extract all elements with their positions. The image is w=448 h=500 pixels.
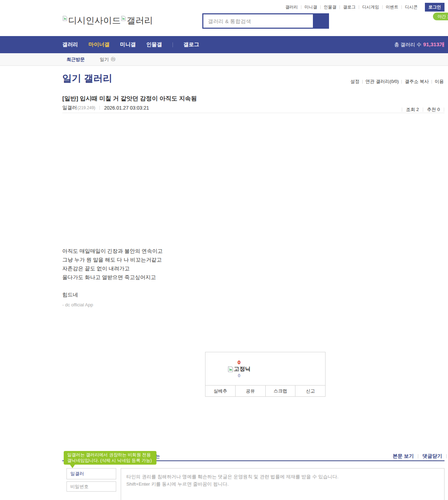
copy-gallery-url-link[interactable]: 갤주소 복사 [402, 78, 432, 85]
search-box [202, 13, 314, 29]
divider [446, 454, 447, 458]
post-meta: 일갤러 (219.249) 2026.01.27 03:03:21 [62, 105, 149, 111]
usage-guide-link[interactable]: 이용 [432, 78, 447, 85]
total-gallery-label: 총 갤러리 수 [394, 42, 421, 48]
nav-item-gallog[interactable]: 갤로그 [183, 41, 199, 48]
divider [423, 107, 423, 112]
upvote-count: 0 [205, 359, 273, 365]
nav-item-minigal[interactable]: 미니갤 [120, 41, 136, 48]
divider [99, 106, 100, 110]
divider [402, 107, 402, 112]
nav-item-persongal[interactable]: 인물갤 [146, 41, 162, 48]
nav-item-minorgal[interactable]: 마이너갤 [89, 41, 110, 48]
post-body-line: 아직도 매일매일이 긴장과 불안의 연속이고 [62, 246, 363, 255]
scrap-button[interactable]: 스크랩 [266, 386, 296, 396]
post-body: 아직도 매일매일이 긴장과 불안의 연속이고 그냥 누가 뭔 말을 해도 다 나… [62, 246, 363, 307]
post-header-divider [62, 113, 444, 113]
gallery-title[interactable]: 일기 갤러리 [62, 72, 112, 85]
comment-password-input[interactable] [66, 481, 116, 492]
top-link-event[interactable]: 이벤트 [383, 4, 401, 10]
top-link-gallery[interactable]: 갤러리 [282, 4, 301, 10]
share-button[interactable]: 공유 [236, 386, 266, 396]
main-nav-items: 갤러리 마이너갤 미니갤 인물갤 갤로그 [62, 36, 199, 53]
recent-visited-label[interactable]: 최근방문 [66, 53, 85, 66]
vote-box: 0 고정닉 0 실베추 공유 스크랩 신고 [205, 352, 326, 397]
comment-nickname-input[interactable] [66, 468, 116, 479]
view-post-button[interactable]: 본문 보기 [393, 453, 414, 459]
total-gallery-number: 91,313개 [423, 41, 444, 48]
broken-image-icon [62, 16, 68, 21]
divider [173, 42, 173, 47]
related-gallery-link[interactable]: 연관 갤러리(0/0) [363, 78, 401, 85]
logo-text-dcinside: 디시인사이드 [68, 15, 121, 26]
downvote-count: 0 [205, 373, 273, 378]
close-comments-button[interactable]: 댓글닫기 [422, 453, 442, 459]
total-gallery-count: 총 갤러리 수 91,313개 [394, 36, 444, 53]
divider [444, 107, 444, 112]
tooltip-arrow [70, 465, 75, 468]
vote-buttons-row: 실베추 공유 스크랩 신고 [205, 385, 325, 396]
report-button[interactable]: 신고 [295, 386, 325, 396]
broken-image-icon [227, 366, 233, 372]
visited-gallery-tab[interactable]: 일기 ⓜ [100, 53, 115, 66]
search-button[interactable] [314, 13, 329, 29]
fixed-nick-label: 고정닉 [234, 366, 251, 373]
login-button[interactable]: 로그인 [425, 3, 444, 12]
post-body-line [62, 282, 363, 290]
top-link-gallog[interactable]: 갤로그 [340, 4, 359, 10]
post-body-line: 그냥 누가 뭔 말을 해도 다 나 비꼬는거같고 [62, 255, 363, 264]
dc-app-signature: - dc official App [62, 302, 363, 307]
post-title: [일반] 입시때 미칠 거 같앗던 감정이 아직도 지속됨 [62, 95, 197, 103]
post-body-line: 힘드네 [62, 290, 363, 299]
top-link-minigal[interactable]: 미니갤 [301, 4, 320, 10]
main-navbar: 갤러리 마이너갤 미니갤 인물갤 갤로그 총 갤러리 수 91,313개 [0, 36, 448, 53]
post-author-ip: (219.249) [77, 105, 95, 110]
comment-textarea[interactable] [121, 468, 444, 500]
silbechu-button[interactable]: 실베추 [205, 386, 236, 396]
visited-gallery-name: 일기 [100, 57, 109, 62]
view-count: 조회 2 [406, 106, 419, 113]
post-body-line: 울다가도 화나고 열받으면 죽고싶어지고 [62, 273, 363, 282]
post-body-line: 자존감은 끝도 없이 내려가고 [62, 264, 363, 273]
top-link-persongal[interactable]: 인물갤 [321, 4, 340, 10]
top-utility-bar: 갤러리 미니갤 인물갤 갤로그 디시게임 이벤트 디시콘 로그인 [282, 4, 444, 11]
search-bar [202, 13, 329, 29]
like-count: 추천 0 [427, 106, 440, 113]
divider [418, 454, 418, 458]
gallery-settings-link[interactable]: 설정 [348, 78, 362, 85]
post-author[interactable]: 일갤러 [62, 105, 77, 111]
top-link-dcgame[interactable]: 디시게임 [359, 4, 382, 10]
post-date: 2026.01.27 03:03:21 [104, 105, 149, 111]
fixed-nick-row[interactable]: 고정닉 [205, 366, 273, 373]
site-logo[interactable]: 디시인사이드 갤러리 [62, 15, 153, 26]
logo-text-gallery: 갤러리 [127, 15, 153, 26]
page: 갤러리 미니갤 인물갤 갤로그 디시게임 이벤트 디시콘 로그인 디시인사이드 … [0, 0, 448, 500]
top-link-dccon[interactable]: 디시콘 [402, 4, 421, 10]
search-input[interactable] [203, 18, 313, 24]
gallery-links: 설정 연관 갤러리(0/0) 갤주소 복사 이용 [348, 78, 447, 85]
vote-cluster: 0 고정닉 0 [205, 359, 273, 378]
night-mode-button[interactable]: 야간 모드 [433, 13, 448, 20]
broken-image-icon [121, 16, 126, 21]
sub-navbar: 최근방문 일기 ⓜ [0, 53, 448, 66]
minor-gallery-icon: ⓜ [111, 57, 115, 62]
comment-tools: 본문 보기 댓글닫기 [393, 453, 448, 459]
nav-item-gallery[interactable]: 갤러리 [62, 41, 78, 48]
nickname-tooltip: 일갤러는 갤러리에서 권장하는 비회원 전용 갤닉네임입니다. (삭제 시 닉네… [64, 451, 156, 465]
